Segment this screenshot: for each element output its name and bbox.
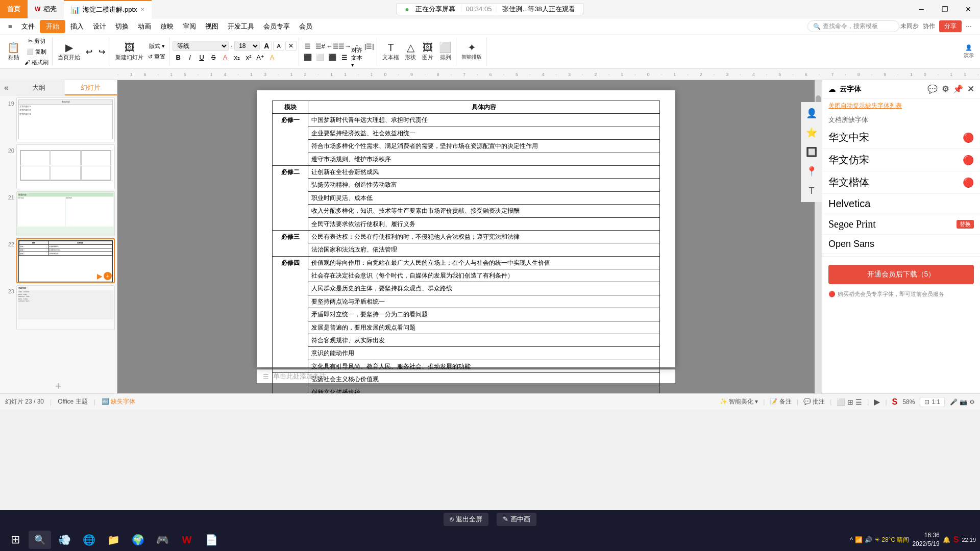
font-color-button[interactable]: A [219, 52, 231, 62]
zoom-indicator[interactable]: ⊡ 1:1 [920, 397, 945, 407]
menu-transitions[interactable]: 切换 [111, 20, 133, 33]
comment-icon[interactable]: 💬 [927, 84, 938, 94]
smart-layout-button[interactable]: 对齐文本▾ [351, 52, 362, 62]
redo-button[interactable]: ↪ [96, 45, 108, 58]
side-icon-3[interactable]: 🔲 [803, 144, 820, 160]
right-panel-subtitle[interactable]: 关闭自动提示缺失字体列表 [822, 98, 980, 113]
tab-home[interactable]: 首页 [0, 0, 28, 18]
bold-button[interactable]: B [173, 52, 184, 62]
taskbar-browser2[interactable]: 🌍 [127, 531, 149, 549]
exit-presentation-btn[interactable]: ⎋ 退出全屏 [444, 513, 488, 526]
justify-button[interactable]: ☰ [339, 52, 350, 62]
font-item-huawen-kaiti[interactable]: 华文楷体 🔴 [822, 171, 980, 194]
align-center-button[interactable]: ⬜ [314, 52, 326, 62]
download-vip-button[interactable]: 开通会员后下载（5） [828, 265, 974, 284]
shape-button[interactable]: △ 形状 [402, 38, 419, 65]
superscript-button[interactable]: x² [243, 52, 254, 62]
menu-member[interactable]: 会员专享 [259, 20, 294, 33]
side-icon-4[interactable]: 📍 [803, 163, 820, 180]
tray-network-icon[interactable]: 📶 [855, 536, 863, 543]
clear-format-button[interactable]: ✕ [285, 41, 297, 51]
tray-arrow[interactable]: ^ [850, 536, 853, 543]
close-button[interactable]: ✕ [957, 0, 980, 18]
slide-item-19[interactable]: 19 表格内容 文字内容行1 文字内容行2 文字内容行3 [2, 97, 115, 142]
slide-item-21[interactable]: 21 标题内容 列1内容 列2内容 [2, 191, 115, 236]
wps-taskbar-icon[interactable]: S [953, 535, 959, 544]
draw-btn[interactable]: ✎ 画中画 [497, 513, 536, 526]
more-menu-icon[interactable]: ⋯ [966, 23, 972, 30]
font-size-increase[interactable]: A [261, 41, 272, 51]
menu-start[interactable]: 开始 [40, 20, 65, 33]
align-left-button[interactable]: ⬛ [302, 52, 313, 62]
font-name-select[interactable]: 等线 [173, 41, 229, 51]
numbered-list-button[interactable]: ☰# [314, 41, 326, 51]
font-size-decrease[interactable]: A [273, 41, 284, 51]
settings2-icon[interactable]: ⚙ [969, 398, 975, 406]
tray-volume-icon[interactable]: 🔊 [865, 536, 872, 543]
slide-add-element-button[interactable]: + [104, 272, 112, 280]
tab-outline[interactable]: 大纲 [13, 80, 65, 95]
presenter-mode-button[interactable]: 👤 演示 [961, 38, 977, 65]
bullet-list-button[interactable]: ☰ [302, 41, 313, 51]
font-item-huawen-zhongsong[interactable]: 华文中宋 🔴 [822, 127, 980, 149]
columns-button[interactable]: |☰| [363, 41, 375, 51]
collab-btn[interactable]: 协作 [923, 22, 935, 31]
font-item-opensans[interactable]: Open Sans [822, 235, 980, 254]
menu-hamburger[interactable]: ≡ [4, 20, 16, 32]
mic-icon[interactable]: 🎤 [950, 398, 958, 406]
tab-wps[interactable]: W 稻壳 [28, 0, 64, 18]
menu-slideshow[interactable]: 放映 [156, 20, 178, 33]
tab-pptx[interactable]: 📊 海淀二模讲解.pptx ✕ [64, 0, 151, 18]
ai-layout-button[interactable]: ✦ 智能排版 [459, 38, 484, 65]
camera-icon[interactable]: 📷 [960, 398, 967, 406]
indent-decrease-button[interactable]: ←☰ [327, 41, 338, 51]
taskbar-explorer[interactable]: 📁 [102, 531, 125, 549]
menu-vip[interactable]: 会员 [295, 20, 316, 33]
play-button[interactable]: ▶ [874, 397, 880, 407]
slide-item-23[interactable]: 23 代码内容 code contentmore codeanother lin… [2, 285, 115, 330]
side-icon-2[interactable]: ⭐ [803, 124, 820, 141]
text-effects-button[interactable]: A⁺ [255, 52, 266, 62]
layout-button[interactable]: 版式 ▾ [146, 41, 167, 51]
menu-animations[interactable]: 动画 [134, 20, 155, 33]
cut-button[interactable]: ✂ 剪切 [23, 36, 50, 46]
slide-item-22[interactable]: 22 模块具体内容 必修一中国梦新时代... 必修二让创新在全社会... 必修三… [2, 238, 115, 283]
settings-icon[interactable]: ⚙ [942, 84, 949, 94]
start-presentation-button[interactable]: ▶ 当页开始 [56, 38, 82, 65]
pin-icon[interactable]: 📌 [953, 84, 963, 94]
italic-button[interactable]: I [184, 52, 195, 62]
side-icon-1[interactable]: 👤 [803, 105, 820, 121]
strikethrough-button[interactable]: S [208, 52, 219, 62]
comments-status-button[interactable]: 💬 批注 [803, 397, 825, 406]
notes-status-button[interactable]: 📝 备注 [770, 397, 791, 406]
image-button[interactable]: 🖼 图片 [420, 38, 436, 65]
smart-beautify-button[interactable]: ✨ 智能美化 ▾ [720, 397, 758, 406]
share-btn[interactable]: 分享 [939, 20, 962, 32]
taskbar-fans-app[interactable]: 💨 [53, 531, 76, 549]
notes-view-button[interactable]: ☰ [855, 398, 862, 406]
tab-close-icon[interactable]: ✕ [140, 7, 144, 12]
replace-badge[interactable]: 替换 [957, 220, 974, 229]
align-right-button[interactable]: ⬛ [327, 52, 338, 62]
highlight-button[interactable]: A [266, 52, 278, 62]
menu-file[interactable]: 文件 [17, 20, 39, 33]
taskbar-search-button[interactable]: 🔍 [29, 531, 51, 549]
slide-play-button[interactable]: ▶ [97, 272, 103, 280]
add-slide-button[interactable]: + [0, 379, 117, 393]
taskbar-edge-browser[interactable]: 🌐 [78, 531, 100, 549]
textbox-button[interactable]: T 文本框 [380, 38, 401, 65]
search-bar[interactable]: 🔍 查找命令，搜索模板 [807, 20, 899, 32]
copy-button[interactable]: ⬜ 复制 [23, 47, 50, 57]
font-missing-label[interactable]: 🔤 缺失字体 [102, 397, 135, 406]
collapse-panel-button[interactable]: « [0, 83, 13, 92]
side-icon-5[interactable]: T [803, 183, 820, 199]
taskbar-wps[interactable]: W [176, 531, 198, 549]
grid-view-button[interactable]: ⊞ [847, 398, 853, 406]
font-item-helvetica[interactable]: Helvetica [822, 194, 980, 214]
close-right-panel-icon[interactable]: ✕ [967, 84, 974, 94]
font-item-segoe-print[interactable]: Segoe Print 替换 [822, 214, 980, 235]
paste-button[interactable]: 📋 粘贴 [5, 38, 22, 65]
reset-button[interactable]: ↺ 重置 [146, 52, 167, 62]
font-size-select[interactable]: 18 [234, 41, 260, 51]
start-button[interactable]: ⊞ [4, 531, 27, 549]
